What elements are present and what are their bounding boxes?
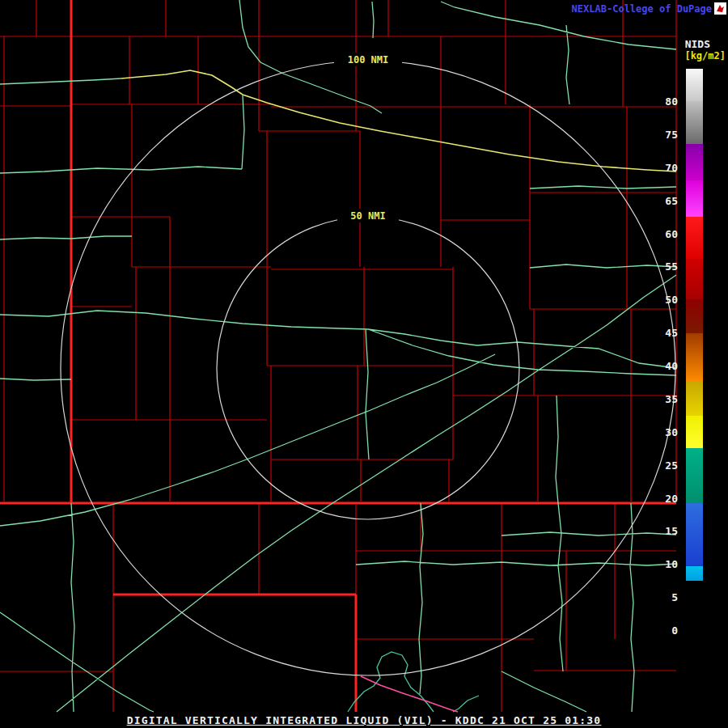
- river-lines: [348, 652, 479, 712]
- colorbar-segment: [686, 503, 703, 566]
- colorbar-segment: [686, 299, 703, 333]
- colorbar-title: NIDS: [685, 38, 710, 50]
- colorbar-segment: [686, 69, 703, 101]
- colorbar-segment: [686, 382, 703, 416]
- colorbar-segment: [686, 333, 703, 382]
- radar-display: 100 NMI 50 NMI NEXLAB-College of DuPage …: [0, 0, 728, 728]
- colorbar-segment: [686, 448, 703, 503]
- colorbar-segment: [686, 180, 703, 217]
- railroad-magenta-line: [361, 676, 458, 712]
- range-ring-label-50nmi: 50 NMI: [350, 210, 385, 222]
- attribution-text: NEXLAB-College of DuPage: [572, 3, 712, 15]
- colorbar-segment: [686, 416, 703, 448]
- colorbar-segment: [686, 144, 703, 180]
- highway-yellow-line: [121, 70, 676, 171]
- product-caption: DIGITAL VERTICALLY INTEGRATED LIQUID (VI…: [127, 714, 602, 726]
- colorbar-segment: [686, 217, 703, 259]
- county-lines: [0, 0, 676, 712]
- range-ring-label-100nmi: 100 NMI: [348, 54, 389, 66]
- radar-map: 100 NMI 50 NMI: [0, 0, 728, 728]
- colorbar-segment: [686, 581, 703, 647]
- caption-bar: DIGITAL VERTICALLY INTEGRATED LIQUID (VI…: [0, 713, 728, 728]
- colorbar-units: [kg/m2]: [684, 50, 726, 61]
- colorbar-segment: [686, 259, 703, 299]
- colorbar-segment: [686, 101, 703, 144]
- attribution-logo-icon: [714, 2, 726, 15]
- colorbar-segment: [686, 566, 703, 581]
- colorbar: [686, 69, 703, 647]
